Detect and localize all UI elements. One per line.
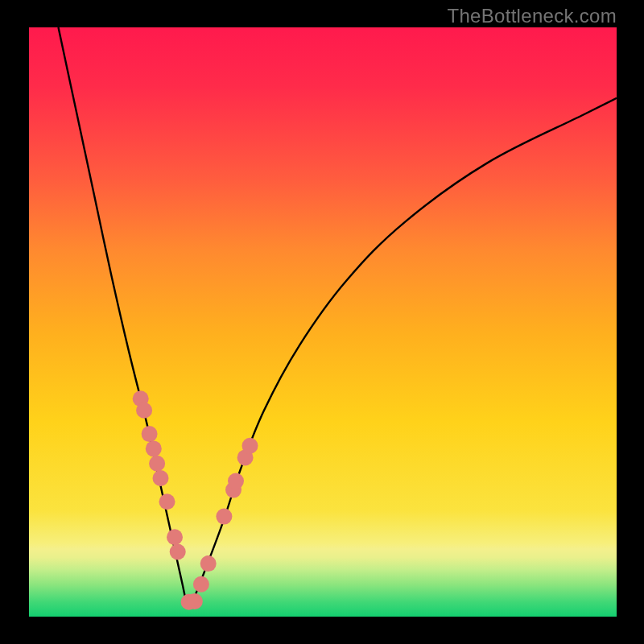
sample-dot bbox=[170, 544, 186, 560]
sample-dot bbox=[146, 440, 162, 456]
sample-dot bbox=[167, 529, 183, 545]
sample-dot bbox=[142, 426, 158, 442]
sample-dot bbox=[136, 402, 152, 419]
sample-dot bbox=[200, 555, 217, 572]
bottleneck-curve bbox=[59, 27, 617, 606]
sample-dot bbox=[193, 576, 209, 592]
sample-dots-group bbox=[133, 390, 258, 610]
curve-svg bbox=[29, 27, 617, 617]
sample-dot bbox=[153, 470, 169, 486]
plot-area bbox=[29, 27, 617, 617]
sample-dot bbox=[242, 438, 258, 454]
sample-dot bbox=[187, 593, 203, 609]
sample-dot bbox=[228, 473, 244, 489]
chart-frame: TheBottleneck.com bbox=[0, 0, 644, 644]
sample-dot bbox=[159, 493, 175, 510]
sample-dot bbox=[149, 456, 165, 472]
sample-dot bbox=[216, 509, 232, 525]
watermark-text: TheBottleneck.com bbox=[447, 5, 617, 27]
